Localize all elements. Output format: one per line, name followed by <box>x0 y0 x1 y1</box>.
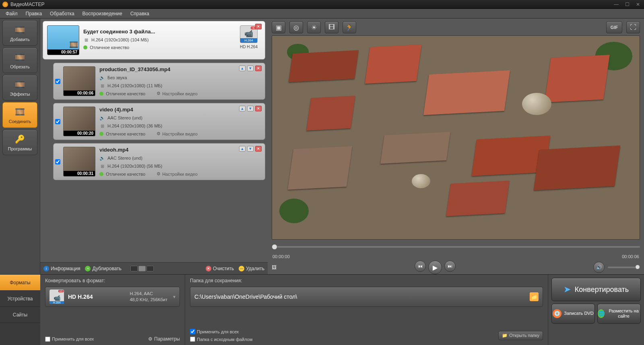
gear-icon: ⚙ <box>157 91 161 96</box>
menu-edit[interactable]: Правка <box>23 10 45 17</box>
volume-knob-icon[interactable] <box>635 265 640 269</box>
view-toggle[interactable] <box>130 266 154 271</box>
convert-button[interactable]: ➤ Конвертировать <box>551 278 641 301</box>
burn-dvd-button[interactable]: 💿 Записать DVD <box>551 304 595 324</box>
file-codec: H.264 (1920x1080) (56 МБ) <box>107 164 162 168</box>
file-item[interactable]: 00:00:06 production_ID_3743056.mp4 🔊Без … <box>53 63 265 100</box>
clear-button[interactable]: ✕Очистить <box>206 266 234 271</box>
merged-summary[interactable]: 🎞️ 00:00:57 Будет соединено 3 файла... ⊞… <box>43 21 265 60</box>
publish-button[interactable]: 🌐 Разместить на сайте <box>597 304 641 324</box>
play-button[interactable]: ▶ <box>428 261 442 274</box>
tab-formats[interactable]: Форматы <box>0 275 40 291</box>
video-settings-link[interactable]: ⚙Настройки видео <box>157 131 198 136</box>
brightness-tool-button[interactable]: ☀ <box>307 21 321 33</box>
sidebar-programs[interactable]: 🔑Программы <box>2 129 37 155</box>
merged-remove-button[interactable]: ✕ <box>255 24 262 29</box>
file-item[interactable]: 00:00:20 video (4).mp4 🔊AAC Stereo (und)… <box>53 103 265 140</box>
menu-playback[interactable]: Воспроизведение <box>79 10 126 17</box>
file-duration: 00:00:06 <box>64 90 95 96</box>
duplicate-button[interactable]: +Дублировать <box>85 266 121 271</box>
view-grid-icon <box>147 266 154 271</box>
volume-slider[interactable] <box>608 267 640 268</box>
format-name: HD H.264 <box>68 294 93 300</box>
sidebar-effects[interactable]: 🎞️Эффекты <box>2 75 37 101</box>
seek-slider[interactable] <box>272 246 640 248</box>
move-down-button[interactable]: ▼ <box>247 146 254 152</box>
minimize-button[interactable]: — <box>612 2 620 7</box>
move-up-button[interactable]: ▲ <box>239 146 246 152</box>
file-quality: Отличное качество <box>106 172 145 177</box>
sidebar-cut[interactable]: 🎞️Обрезать <box>2 47 37 73</box>
file-checkbox[interactable] <box>55 119 60 124</box>
crop-tool-button[interactable]: ▣ <box>272 21 285 33</box>
film-icon: ⊞ <box>99 163 105 169</box>
output-path-field[interactable]: C:\Users\vaban\OneDrive\Рабочий стол\ 📁 <box>190 287 543 307</box>
speed-tool-button[interactable]: 🎞 <box>325 21 339 33</box>
menu-help[interactable]: Справка <box>127 10 153 17</box>
film-icon: ⊞ <box>83 37 89 43</box>
file-codec: H.264 (1920x1080) (36 МБ) <box>107 123 162 128</box>
gear-icon: ⚙ <box>148 336 153 342</box>
delete-button[interactable]: —Удалить <box>239 266 264 271</box>
film-cut-icon: 🎞️ <box>14 51 26 63</box>
file-title: production_ID_3743056.mp4 <box>99 66 261 72</box>
menu-process[interactable]: Обработка <box>47 10 78 17</box>
video-settings-link[interactable]: ⚙Настройки видео <box>157 171 198 177</box>
file-quality: Отличное качество <box>106 131 145 136</box>
snapshot-button[interactable]: 🖼 <box>272 265 277 270</box>
sidebar-add[interactable]: 🎞️Добавить <box>2 20 37 46</box>
source-folder-checkbox[interactable]: Папка с исходным файлом <box>190 337 252 342</box>
move-down-button[interactable]: ▼ <box>247 106 254 111</box>
browse-button[interactable]: 📁 <box>530 292 539 301</box>
move-up-button[interactable]: ▲ <box>239 66 246 71</box>
sidebar-join-label: Соединить <box>9 119 31 124</box>
move-down-button[interactable]: ▼ <box>247 66 254 71</box>
next-button[interactable]: ⏭ <box>444 261 456 272</box>
app-title: ВидеоМАСТЕР <box>10 2 612 7</box>
format-selector[interactable]: HD 📹 H.264 HD H.264 H.264, AAC 48,0 KHz,… <box>45 287 180 307</box>
film-star-icon: 🎞️ <box>14 79 26 90</box>
camera-tool-button[interactable]: ◎ <box>289 21 303 33</box>
seek-knob-icon[interactable] <box>272 244 277 250</box>
video-preview[interactable] <box>272 35 640 240</box>
file-checkbox[interactable] <box>55 79 60 84</box>
move-up-button[interactable]: ▲ <box>239 106 246 111</box>
open-folder-button[interactable]: 📁Открыть папку <box>498 331 543 340</box>
sidebar-join[interactable]: 🎞️Соединить <box>2 102 37 128</box>
app-logo-icon <box>2 2 8 7</box>
tab-devices[interactable]: Устройства <box>0 291 40 307</box>
key-icon: 🔑 <box>14 133 26 145</box>
film-icon: ⊞ <box>99 83 105 88</box>
quality-dot-icon <box>83 45 87 49</box>
file-quality: Отличное качество <box>106 91 145 96</box>
menu-file[interactable]: Файл <box>2 10 21 17</box>
maximize-button[interactable]: ☐ <box>623 2 631 7</box>
file-checkbox[interactable] <box>55 159 60 164</box>
video-settings-link[interactable]: ⚙Настройки видео <box>157 91 198 96</box>
prev-button[interactable]: ⏮ <box>415 261 426 272</box>
file-duration: 00:00:20 <box>64 131 95 136</box>
merged-duration: 00:00:57 <box>47 49 79 55</box>
file-audio: AAC Stereo (und) <box>107 156 142 160</box>
apply-all-format[interactable]: Применить для всех <box>45 337 94 342</box>
motion-tool-button[interactable]: 🏃 <box>343 21 356 33</box>
volume-button[interactable]: 🔊 <box>593 262 605 273</box>
quality-dot-icon <box>99 132 103 136</box>
parameters-button[interactable]: ⚙Параметры <box>148 336 180 342</box>
speaker-icon: 🔊 <box>99 115 105 121</box>
close-button[interactable]: ✕ <box>634 2 642 7</box>
apply-all-folder[interactable]: Применить для всех <box>190 329 252 334</box>
speaker-icon: 🔊 <box>99 155 105 161</box>
time-current: 00:00:00 <box>272 254 290 259</box>
gif-button[interactable]: GIF <box>606 21 622 33</box>
file-item[interactable]: 00:00:31 videoh.mp4 🔊AAC Stereo (und) ⊞H… <box>53 143 265 180</box>
fullscreen-button[interactable]: ⛶ <box>626 21 640 33</box>
remove-file-button[interactable]: ✕ <box>255 146 262 152</box>
format-details: H.264, AAC 48,0 KHz, 256Кбит <box>130 291 167 303</box>
remove-file-button[interactable]: ✕ <box>255 106 262 111</box>
info-button[interactable]: iИнформация <box>43 266 80 271</box>
film-plus-icon: 🎞️ <box>14 24 26 35</box>
remove-file-button[interactable]: ✕ <box>255 66 262 71</box>
output-path: C:\Users\vaban\OneDrive\Рабочий стол\ <box>194 294 526 300</box>
tab-sites[interactable]: Сайты <box>0 307 40 323</box>
